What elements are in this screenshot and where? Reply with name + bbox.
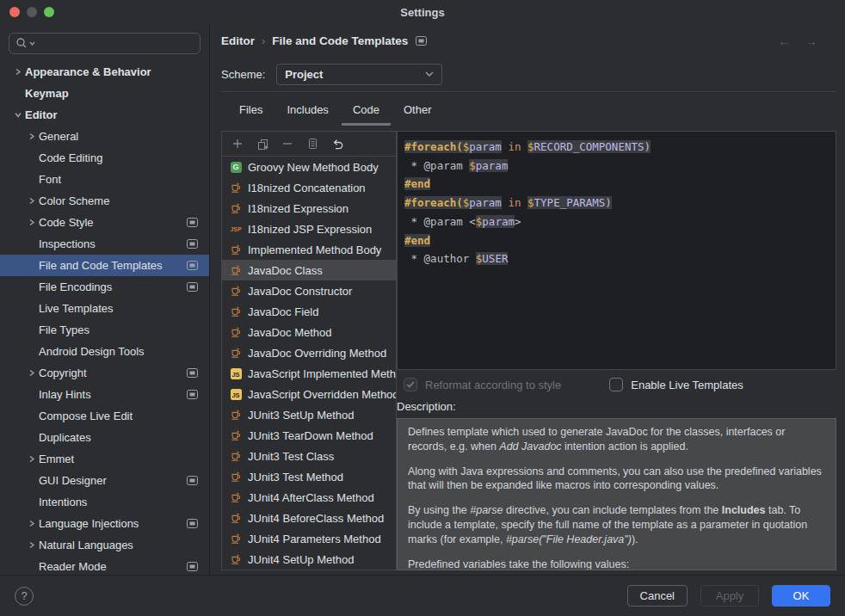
template-list-item[interactable]: JavaDoc Constructor [222, 280, 396, 301]
remove-icon[interactable] [281, 137, 294, 151]
java-template-icon [229, 408, 243, 422]
chevron-right-icon[interactable] [24, 194, 39, 208]
sidebar-item[interactable]: Inspections [0, 233, 209, 255]
chevron-right-icon[interactable] [24, 453, 39, 466]
tab-other[interactable]: Other [392, 97, 443, 126]
sidebar-item[interactable]: File Encodings [0, 276, 209, 298]
template-list-item[interactable]: JSPI18nized JSP Expression [222, 219, 396, 239]
chevron-spacer [24, 259, 39, 273]
sidebar-item[interactable]: Reader Mode [0, 556, 209, 575]
sidebar-item[interactable]: Emmet [0, 448, 209, 470]
help-icon[interactable]: ? [15, 587, 34, 606]
settings-tree: Appearance & BehaviorKeymapEditorGeneral… [0, 61, 209, 575]
sidebar-item[interactable]: Keymap [0, 83, 209, 104]
chevron-down-icon[interactable] [10, 108, 25, 122]
sidebar-item[interactable]: Language Injections [0, 513, 209, 534]
java-template-icon [229, 263, 243, 277]
sidebar-item[interactable]: Appearance & Behavior [0, 61, 209, 83]
code-line: #end [404, 231, 836, 250]
template-list-item[interactable]: JUnit4 Parameters Method [222, 528, 396, 549]
sidebar-item[interactable]: Color Scheme [0, 190, 209, 212]
monitor-icon [416, 36, 427, 46]
sidebar-item[interactable]: Code Style [0, 212, 209, 233]
template-list-item[interactable]: JavaDoc Overriding Method [222, 342, 396, 363]
description-paragraph: Defines template which used to generate … [408, 425, 825, 454]
template-list-item[interactable]: JavaDoc Field [222, 301, 396, 322]
java-template-icon [229, 532, 243, 545]
chevron-right-icon[interactable] [24, 130, 39, 144]
sidebar-item[interactable]: Natural Languages [0, 534, 209, 556]
template-list-item[interactable]: I18nized Concatenation [222, 177, 396, 198]
settings-main-panel: Editor › File and Code Templates ← → Sch… [210, 24, 845, 575]
breadcrumb-separator-icon: › [262, 34, 265, 47]
sidebar-item[interactable]: Font [0, 169, 209, 190]
scheme-select[interactable]: Project [276, 64, 442, 85]
template-list-item[interactable]: JUnit4 BeforeClass Method [222, 508, 396, 528]
forward-icon[interactable]: → [805, 34, 817, 48]
chevron-right-icon[interactable] [24, 517, 39, 531]
template-list-item[interactable]: JSJavaScript Implemented Method [222, 363, 396, 384]
chevron-right-icon[interactable] [10, 65, 25, 79]
template-list-item[interactable]: JUnit3 TearDown Method [222, 425, 396, 446]
template-list-item[interactable]: JSJavaScript Overridden Method [222, 384, 396, 404]
template-code-editor[interactable]: #foreach($param in $RECORD_COMPONENTS) *… [397, 131, 836, 370]
chevron-right-icon[interactable] [24, 216, 39, 230]
cancel-button[interactable]: Cancel [627, 585, 688, 607]
chevron-spacer [24, 496, 39, 509]
duplicate-icon[interactable] [305, 137, 319, 151]
live-templates-checkbox[interactable] [609, 378, 623, 391]
copy-template-icon[interactable] [256, 137, 269, 151]
sidebar-item[interactable]: Editor [0, 104, 209, 126]
sidebar-item[interactable]: File and Code Templates [0, 255, 209, 276]
breadcrumb-parent[interactable]: Editor [221, 34, 255, 47]
sidebar-item[interactable]: File Types [0, 319, 209, 341]
chevron-spacer [24, 345, 39, 359]
sidebar-item[interactable]: Compose Live Edit [0, 405, 209, 427]
template-list-item[interactable]: JUnit3 Test Method [222, 466, 396, 487]
template-list-item[interactable]: JavaDoc Class [222, 260, 396, 280]
sidebar-item[interactable]: Intentions [0, 491, 209, 513]
sidebar-item[interactable]: Copyright [0, 362, 209, 384]
reset-icon[interactable] [330, 137, 344, 151]
sidebar-item[interactable]: Live Templates [0, 298, 209, 319]
javascript-template-icon: JS [229, 387, 243, 401]
template-list-item[interactable]: JavaDoc Method [222, 322, 396, 342]
java-template-icon [229, 346, 243, 360]
search-input[interactable] [9, 33, 200, 54]
traffic-lights [9, 7, 54, 17]
scheme-label: Scheme: [221, 68, 265, 81]
java-template-icon [229, 325, 243, 339]
search-filter-caret-icon[interactable] [29, 41, 35, 46]
sidebar-item[interactable]: GUI Designer [0, 470, 209, 491]
template-list-item[interactable]: GGroovy New Method Body [222, 157, 396, 177]
template-list-panel: GGroovy New Method BodyI18nized Concaten… [221, 131, 397, 570]
chevron-right-icon[interactable] [24, 539, 39, 552]
live-templates-checkbox-group[interactable]: Enable Live Templates [609, 378, 743, 391]
tab-code[interactable]: Code [342, 97, 391, 126]
template-list-item[interactable]: JUnit3 SetUp Method [222, 404, 396, 425]
zoom-window-icon[interactable] [44, 7, 54, 17]
sidebar-item[interactable]: Android Design Tools [0, 341, 209, 362]
code-line: #foreach($param in $RECORD_COMPONENTS) [404, 138, 836, 157]
java-template-icon [229, 284, 243, 298]
tab-includes[interactable]: Includes [275, 97, 339, 126]
template-list: GGroovy New Method BodyI18nized Concaten… [222, 157, 396, 570]
template-list-item[interactable]: Implemented Method Body [222, 239, 396, 260]
code-line: #end [404, 175, 836, 194]
sidebar-item[interactable]: Inlay Hints [0, 384, 209, 405]
sidebar-item[interactable]: General [0, 126, 209, 147]
chevron-right-icon[interactable] [24, 367, 39, 380]
description-paragraph: Along with Java expressions and comments… [408, 465, 825, 494]
close-window-icon[interactable] [9, 7, 20, 17]
template-tabs: FilesIncludesCodeOther [221, 92, 836, 131]
back-icon[interactable]: ← [778, 34, 791, 48]
tab-files[interactable]: Files [228, 97, 274, 126]
add-icon[interactable] [231, 137, 244, 151]
sidebar-item[interactable]: Code Editing [0, 147, 209, 169]
ok-button[interactable]: OK [772, 585, 830, 607]
template-list-item[interactable]: JUnit3 Test Class [222, 446, 396, 466]
sidebar-item[interactable]: Duplicates [0, 427, 209, 448]
template-list-item[interactable]: I18nized Expression [222, 198, 396, 219]
template-list-item[interactable]: JUnit4 AfterClass Method [222, 487, 396, 508]
template-list-item[interactable]: JUnit4 SetUp Method [222, 549, 396, 570]
